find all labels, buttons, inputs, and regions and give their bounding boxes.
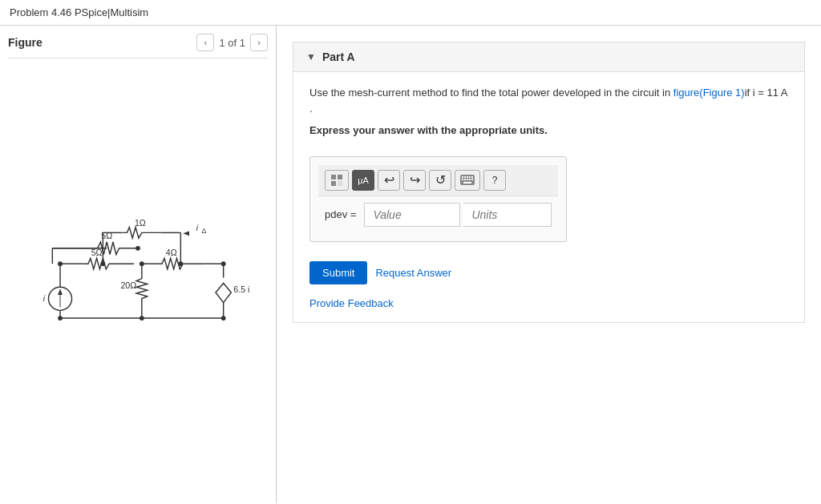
svg-text:i: i [196, 223, 199, 232]
svg-text:20Ω: 20Ω [120, 280, 136, 290]
part-content: Use the mesh-current method to find the … [293, 72, 805, 323]
part-collapse-arrow[interactable]: ▼ [306, 51, 316, 62]
part-label: Part A [322, 50, 355, 63]
part-section: ▼ Part A Use the mesh-current method to … [293, 42, 805, 323]
circuit-diagram: 5Ω [26, 217, 250, 345]
svg-rect-40 [331, 175, 336, 179]
refresh-button[interactable]: ↺ [429, 170, 451, 191]
grid-icon [330, 174, 343, 187]
svg-rect-51 [464, 179, 466, 180]
submit-button[interactable]: Submit [309, 261, 367, 284]
answer-box: μA ↩ ↪ ↺ [309, 156, 567, 242]
answer-instruction: Express your answer with the appropriate… [309, 123, 788, 139]
svg-rect-47 [467, 176, 468, 178]
svg-text:6.5 i: 6.5 i [233, 284, 249, 294]
svg-text:Δ: Δ [202, 227, 207, 235]
grid-button[interactable] [325, 170, 349, 191]
top-bar: Problem 4.46 PSpice|Multisim [0, 0, 821, 26]
svg-marker-9 [58, 288, 63, 295]
figure-link[interactable]: figure(Figure 1) [673, 87, 745, 99]
svg-marker-25 [183, 231, 189, 236]
svg-text:1Ω: 1Ω [135, 217, 146, 227]
action-row: Submit Request Answer [309, 261, 788, 284]
nav-prev-button[interactable]: ‹ [196, 34, 214, 51]
request-answer-link[interactable]: Request Answer [375, 267, 451, 279]
value-input[interactable] [364, 203, 460, 227]
svg-point-34 [221, 261, 226, 266]
left-panel: Figure ‹ 1 of 1 › [0, 26, 277, 503]
svg-rect-54 [471, 179, 473, 180]
input-row: pdev = [318, 196, 558, 233]
svg-text:i: i [43, 292, 46, 302]
unit-button[interactable]: μA [352, 170, 374, 191]
eq-label: pdev = [325, 208, 356, 220]
svg-point-4 [135, 245, 140, 250]
svg-marker-29 [216, 283, 231, 302]
answer-toolbar: μA ↩ ↪ ↺ [318, 165, 558, 196]
svg-point-36 [221, 316, 226, 321]
main-layout: Figure ‹ 1 of 1 › [0, 26, 821, 503]
svg-rect-52 [467, 179, 468, 180]
figure-title: Figure [8, 36, 42, 49]
figure-nav: ‹ 1 of 1 › [196, 34, 268, 51]
svg-point-33 [58, 261, 63, 266]
svg-rect-45 [462, 176, 463, 178]
nav-page: 1 of 1 [219, 37, 245, 49]
provide-feedback-link[interactable]: Provide Feedback [309, 297, 788, 309]
svg-rect-48 [469, 176, 471, 178]
svg-rect-42 [331, 181, 336, 186]
part-header: ▼ Part A [293, 42, 805, 72]
svg-text:4Ω: 4Ω [166, 248, 177, 257]
keyboard-button[interactable] [455, 170, 480, 191]
svg-rect-46 [464, 176, 466, 178]
redo-button[interactable]: ↪ [403, 170, 426, 191]
svg-rect-55 [463, 182, 471, 183]
svg-rect-49 [471, 176, 473, 178]
help-button[interactable]: ? [483, 170, 506, 191]
svg-text:5Ω: 5Ω [91, 248, 103, 257]
nav-next-button[interactable]: › [250, 34, 268, 51]
circuit-container: 5Ω [8, 67, 268, 495]
svg-rect-53 [469, 179, 471, 180]
keyboard-icon [460, 175, 475, 185]
undo-button[interactable]: ↩ [378, 170, 400, 191]
unit-input[interactable] [463, 203, 552, 227]
svg-rect-50 [462, 179, 463, 180]
problem-description: Use the mesh-current method to find the … [309, 85, 788, 116]
svg-point-38 [100, 261, 105, 266]
svg-point-37 [140, 316, 144, 321]
svg-rect-43 [338, 181, 342, 186]
figure-header: Figure ‹ 1 of 1 › [8, 34, 268, 58]
svg-rect-41 [338, 175, 342, 179]
page-title: Problem 4.46 PSpice|Multisim [10, 6, 148, 18]
svg-point-35 [58, 316, 63, 321]
svg-point-39 [178, 261, 183, 266]
right-panel: ▼ Part A Use the mesh-current method to … [277, 26, 821, 503]
